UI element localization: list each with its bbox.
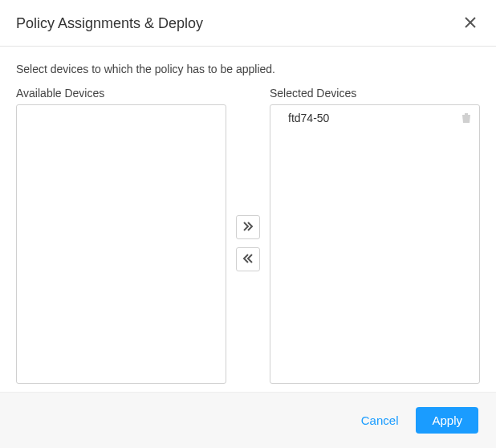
trash-icon[interactable] (461, 112, 471, 124)
dialog-header: Policy Assignments & Deploy (0, 0, 496, 47)
cancel-button[interactable]: Cancel (358, 409, 402, 432)
close-icon (464, 16, 477, 31)
selected-devices-list[interactable]: ftd74-50 (270, 104, 480, 384)
selected-devices-label: Selected Devices (270, 87, 480, 100)
available-devices-column: Available Devices (16, 87, 226, 384)
policy-assignments-dialog: Policy Assignments & Deploy Select devic… (0, 0, 496, 448)
close-button[interactable] (461, 13, 480, 35)
dialog-body: Select devices to which the policy has t… (0, 47, 496, 392)
transfer-controls (236, 87, 260, 384)
dialog-title: Policy Assignments & Deploy (16, 15, 203, 32)
dialog-footer: Cancel Apply (0, 392, 496, 448)
device-name: ftd74-50 (288, 112, 329, 124)
chevron-double-right-icon (242, 222, 254, 234)
list-item[interactable]: ftd74-50 (270, 105, 479, 131)
instruction-text: Select devices to which the policy has t… (16, 63, 480, 75)
dual-list-container: Available Devices Selected Devices ftd7 (16, 87, 480, 384)
move-left-button[interactable] (236, 247, 260, 271)
chevron-double-left-icon (242, 254, 254, 266)
selected-devices-column: Selected Devices ftd74-50 (270, 87, 480, 384)
available-devices-label: Available Devices (16, 87, 226, 100)
available-devices-list[interactable] (16, 104, 226, 384)
apply-button[interactable]: Apply (416, 407, 478, 434)
move-right-button[interactable] (236, 215, 260, 239)
